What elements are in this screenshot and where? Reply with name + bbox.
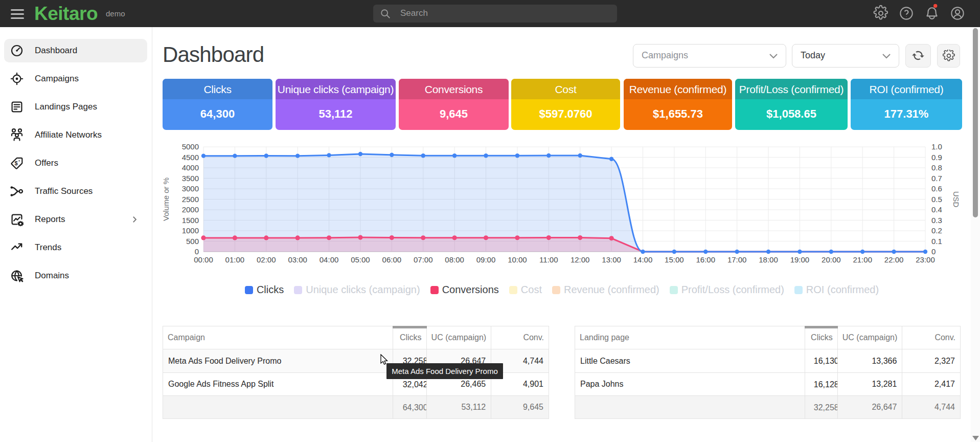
svg-text:0.2: 0.2 (931, 226, 942, 235)
svg-text:21:00: 21:00 (853, 255, 872, 264)
svg-text:USD: USD (952, 191, 961, 208)
svg-text:19:00: 19:00 (790, 255, 810, 264)
svg-text:08:00: 08:00 (445, 255, 464, 264)
svg-text:23:00: 23:00 (916, 255, 935, 264)
svg-text:0.7: 0.7 (931, 174, 942, 183)
svg-text:04:00: 04:00 (320, 255, 339, 264)
svg-text:02:00: 02:00 (257, 255, 276, 264)
svg-text:14:00: 14:00 (633, 255, 653, 264)
svg-text:Volume or %: Volume or % (162, 178, 170, 221)
svg-text:1500: 1500 (182, 216, 199, 225)
svg-text:09:00: 09:00 (476, 255, 496, 264)
svg-text:22:00: 22:00 (884, 255, 904, 264)
svg-text:2000: 2000 (182, 205, 199, 214)
svg-text:0.1: 0.1 (931, 237, 942, 246)
svg-text:0.5: 0.5 (931, 195, 942, 204)
svg-text:4500: 4500 (182, 153, 199, 162)
svg-text:1.0: 1.0 (931, 142, 942, 151)
svg-text:15:00: 15:00 (665, 255, 684, 264)
svg-text:06:00: 06:00 (382, 255, 402, 264)
svg-text:10:00: 10:00 (508, 255, 527, 264)
svg-text:3500: 3500 (182, 174, 199, 183)
svg-text:03:00: 03:00 (288, 255, 307, 264)
svg-text:0.3: 0.3 (931, 216, 942, 225)
svg-text:0: 0 (195, 247, 199, 256)
svg-text:3000: 3000 (182, 184, 199, 193)
svg-text:05:00: 05:00 (351, 255, 370, 264)
svg-text:0.6: 0.6 (931, 184, 942, 193)
svg-text:20:00: 20:00 (822, 255, 841, 264)
svg-text:17:00: 17:00 (727, 255, 747, 264)
svg-text:01:00: 01:00 (225, 255, 245, 264)
svg-text:2500: 2500 (182, 195, 199, 204)
svg-text:07:00: 07:00 (414, 255, 433, 264)
svg-text:0: 0 (931, 247, 936, 256)
svg-text:4000: 4000 (182, 163, 199, 172)
svg-text:0.9: 0.9 (931, 153, 942, 162)
svg-text:11:00: 11:00 (539, 255, 558, 264)
svg-text:18:00: 18:00 (759, 255, 778, 264)
svg-text:13:00: 13:00 (602, 255, 621, 264)
svg-text:16:00: 16:00 (696, 255, 715, 264)
svg-text:5000: 5000 (182, 142, 199, 151)
svg-text:12:00: 12:00 (571, 255, 590, 264)
svg-text:1000: 1000 (182, 226, 199, 235)
svg-text:$: $ (15, 160, 18, 166)
svg-text:0.8: 0.8 (931, 163, 942, 172)
svg-text:0.4: 0.4 (931, 205, 942, 214)
svg-text:500: 500 (186, 237, 199, 246)
svg-text:00:00: 00:00 (194, 255, 213, 264)
